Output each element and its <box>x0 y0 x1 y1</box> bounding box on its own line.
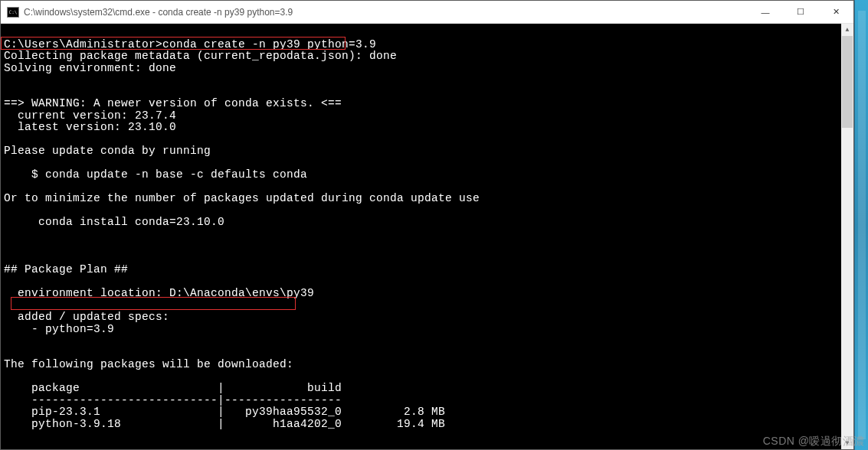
output-line: Collecting package metadata (current_rep… <box>4 50 397 62</box>
maximize-button[interactable]: ☐ <box>783 1 818 23</box>
env-location-line: environment location: D:\Anaconda\envs\p… <box>4 287 314 299</box>
output-line: ==> WARNING: A newer version of conda ex… <box>4 97 342 109</box>
output-line: Or to minimize the number of packages up… <box>4 192 480 204</box>
close-button[interactable]: ✕ <box>818 1 853 23</box>
watermark: CSDN @嗳過彻酒濃 <box>763 435 865 448</box>
background-strip <box>854 0 868 450</box>
output-line: The following packages will be downloade… <box>4 358 293 370</box>
table-row: pip-23.3.1 | py39haa95532_0 2.8 MB <box>4 406 445 418</box>
entered-command: conda create -n py39 python=3.9 <box>162 38 376 51</box>
output-line: latest version: 23.10.0 <box>4 121 176 133</box>
window-controls: — ☐ ✕ <box>748 1 853 23</box>
table-row: python-3.9.18 | h1aa4202_0 19.4 MB <box>4 418 445 430</box>
output-line: Solving environment: done <box>4 62 176 74</box>
cmd-window: C:\windows\system32\cmd.exe - conda crea… <box>0 0 854 450</box>
output-line: added / updated specs: <box>4 311 169 323</box>
output-line: Please update conda by running <box>4 145 211 157</box>
output-line: current version: 23.7.4 <box>4 109 176 122</box>
scroll-up-arrow[interactable]: ▲ <box>841 24 853 36</box>
output-line: conda install conda=23.10.0 <box>4 216 224 228</box>
table-header: package | build <box>4 382 342 394</box>
prompt-prefix: C:\Users\Administrator> <box>4 38 162 51</box>
table-divider: ---------------------------|------------… <box>4 394 342 406</box>
output-line: $ conda update -n base -c defaults conda <box>4 168 307 181</box>
scrollbar[interactable]: ▲ ▼ <box>841 24 853 449</box>
cmd-icon <box>7 7 19 18</box>
prompt-line: C:\Users\Administrator>conda create -n p… <box>4 38 376 51</box>
minimize-button[interactable]: — <box>748 1 783 23</box>
output-line: - python=3.9 <box>4 323 114 335</box>
output-line: ## Package Plan ## <box>4 263 128 276</box>
terminal-content[interactable]: C:\Users\Administrator>conda create -n p… <box>1 24 853 449</box>
titlebar[interactable]: C:\windows\system32\cmd.exe - conda crea… <box>1 1 853 24</box>
window-title: C:\windows\system32\cmd.exe - conda crea… <box>24 7 748 18</box>
scrollbar-thumb[interactable] <box>842 36 853 128</box>
